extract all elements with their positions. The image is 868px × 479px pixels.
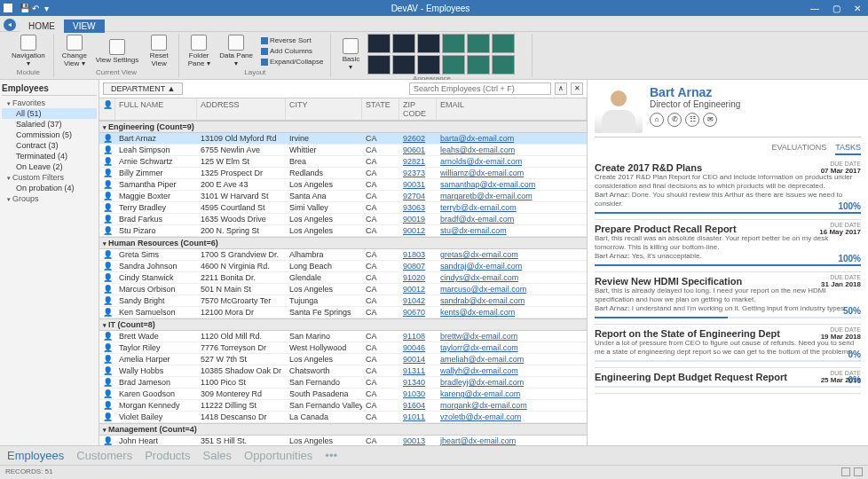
cell-zip[interactable]: 92821 <box>399 157 437 166</box>
cell-zip[interactable]: 90670 <box>399 308 437 317</box>
cell-email[interactable]: sandrab@dx-email.com <box>437 296 587 305</box>
task-item[interactable]: DUE DATE16 May 2017Prepare Product Recal… <box>595 220 861 272</box>
cell-email[interactable]: margaretb@dx-email.com <box>437 192 587 200</box>
cell-email[interactable]: morgank@dx-email.com <box>437 401 587 410</box>
group-row[interactable]: Engineering (Count=9) <box>99 121 587 133</box>
cell-email[interactable]: wallyh@dx-email.com <box>437 366 587 375</box>
search-close-button[interactable]: ✕ <box>571 82 583 95</box>
change-view-button[interactable]: Change View ▾ <box>59 34 91 68</box>
cell-email[interactable]: kents@dx-email.com <box>437 308 587 317</box>
qat-save-icon[interactable]: 💾 <box>20 4 28 12</box>
theme-swatch-9[interactable] <box>442 55 465 75</box>
cell-email[interactable]: brettw@dx-email.com <box>437 332 587 341</box>
cell-email[interactable]: kareng@dx-email.com <box>437 389 587 398</box>
table-row[interactable]: 👤Stu Pizaro200 N. Spring StLos AngelesCA… <box>99 225 587 237</box>
reset-view-button[interactable]: Reset View <box>144 34 174 68</box>
table-row[interactable]: 👤Greta Sims1700 S Grandview Dr.AlhambraC… <box>99 249 587 261</box>
footer-nav-customers[interactable]: Customers <box>76 449 132 462</box>
table-row[interactable]: 👤Brad Farkus1635 Woods DriveLos AngelesC… <box>99 214 587 225</box>
cell-email[interactable]: cindys@dx-email.com <box>437 273 587 282</box>
cell-zip[interactable]: 91340 <box>399 378 437 387</box>
column-header[interactable]: ADDRESS <box>197 98 286 120</box>
group-row[interactable]: Human Resources (Count=6) <box>99 237 587 249</box>
detail-tab-tasks[interactable]: TASKS <box>835 141 861 155</box>
data-pane-button[interactable]: Data Pane ▾ <box>216 34 256 68</box>
cell-email[interactable]: williamz@dx-email.com <box>437 169 587 177</box>
table-row[interactable]: 👤John Heart351 S Hill St.Los AngelesCA90… <box>99 436 587 445</box>
theme-swatch-2[interactable] <box>417 34 440 53</box>
table-row[interactable]: 👤Cindy Stanwick2211 Bonita Dr.GlendaleCA… <box>99 272 587 284</box>
cell-zip[interactable]: 92602 <box>399 134 437 143</box>
table-row[interactable]: 👤Morgan Kennedy11222 Dilling StSan Ferna… <box>99 400 587 412</box>
reverse-sort-button[interactable]: Reverse Sort <box>258 35 326 45</box>
nav-group[interactable]: Favorites <box>2 98 97 108</box>
task-item[interactable]: DUE DATE07 Mar 2017Create 2017 R&D Plans… <box>595 159 861 220</box>
nav-item[interactable]: On probation (4) <box>2 183 97 193</box>
cell-zip[interactable]: 92704 <box>399 192 437 200</box>
cell-zip[interactable]: 93063 <box>399 203 437 212</box>
task-item[interactable]: DUE DATE25 Mar 2018Engineering Dept Budg… <box>595 368 861 394</box>
cell-email[interactable]: marcuso@dx-email.com <box>437 285 587 294</box>
view-mode-1[interactable] <box>841 467 850 476</box>
footer-nav-opportunities[interactable]: Opportunities <box>244 449 312 462</box>
footer-nav-sales[interactable]: Sales <box>202 449 232 462</box>
basic-button[interactable]: Basic ▾ <box>335 34 366 75</box>
table-row[interactable]: 👤Ken Samuelson12100 Mora DrSanta Fe Spri… <box>99 307 587 318</box>
cell-zip[interactable]: 90014 <box>399 355 437 364</box>
cell-zip[interactable]: 91042 <box>399 296 437 305</box>
expand-collapse-button[interactable]: Expand/Collapse <box>258 57 326 67</box>
table-row[interactable]: 👤Sandra Johnson4600 N Virginia Rd.Long B… <box>99 261 587 272</box>
search-input[interactable] <box>409 82 551 95</box>
cell-email[interactable]: taylorr@dx-email.com <box>437 343 587 352</box>
table-row[interactable]: 👤Brett Wade1120 Old Mill Rd.San MarinoCA… <box>99 331 587 342</box>
theme-swatch-0[interactable] <box>367 34 391 53</box>
table-row[interactable]: 👤Samantha Piper200 E Ave 43Los AngelesCA… <box>99 179 587 191</box>
group-by-department-button[interactable]: DEPARTMENT ▲ <box>103 82 183 95</box>
cell-email[interactable]: jheart@dx-email.com <box>437 436 587 445</box>
qat-undo-icon[interactable]: ↶ <box>32 4 41 12</box>
table-row[interactable]: 👤Bart Arnaz13109 Old Myford RdIrvineCA92… <box>99 133 587 145</box>
view-mode-2[interactable] <box>854 467 863 476</box>
footer-nav-•••[interactable]: ••• <box>325 449 337 462</box>
table-row[interactable]: 👤Wally Hobbs10385 Shadow Oak DrChatswort… <box>99 365 587 377</box>
navigation-button[interactable]: Navigation ▾ <box>8 34 49 68</box>
cell-zip[interactable]: 90031 <box>399 180 437 189</box>
nav-item[interactable]: Salaried (37) <box>2 119 97 130</box>
cell-zip[interactable]: 90807 <box>399 262 437 271</box>
cell-email[interactable]: terryb@dx-email.com <box>437 203 587 212</box>
theme-swatch-10[interactable] <box>467 55 490 75</box>
table-row[interactable]: 👤Billy Zimmer1325 Prospect DrRedlandsCA9… <box>99 168 587 179</box>
cell-zip[interactable]: 91311 <box>399 366 437 375</box>
table-row[interactable]: 👤Marcus Orbison501 N Main StLos AngelesC… <box>99 284 587 295</box>
tab-home[interactable]: HOME <box>20 20 64 33</box>
cell-zip[interactable]: 90046 <box>399 343 437 352</box>
cell-zip[interactable]: 91803 <box>399 250 437 259</box>
theme-swatch-7[interactable] <box>392 55 415 75</box>
cell-zip[interactable]: 90012 <box>399 226 437 235</box>
group-row[interactable]: Management (Count=4) <box>99 423 587 436</box>
file-button[interactable]: ◂ <box>4 19 16 31</box>
table-row[interactable]: 👤Brad Jameson1100 Pico StSan FernandoCA9… <box>99 377 587 389</box>
cell-email[interactable]: barta@dx-email.com <box>437 134 587 143</box>
column-header[interactable]: EMAIL <box>437 98 587 120</box>
phone-icon[interactable]: ✆ <box>667 113 682 127</box>
theme-swatch-3[interactable] <box>442 34 465 53</box>
close-button[interactable]: ✕ <box>850 4 864 13</box>
cell-email[interactable]: stu@dx-email.com <box>437 226 587 235</box>
nav-group[interactable]: Custom Filters <box>2 172 97 183</box>
cell-zip[interactable]: 91604 <box>399 401 437 410</box>
theme-swatch-8[interactable] <box>417 55 440 75</box>
theme-swatch-11[interactable] <box>492 55 515 75</box>
cell-zip[interactable]: 91020 <box>399 273 437 282</box>
search-prev-button[interactable]: ∧ <box>555 82 567 95</box>
footer-nav-products[interactable]: Products <box>145 449 190 462</box>
table-row[interactable]: 👤Sandy Bright7570 McGroarty TerTujungaCA… <box>99 295 587 307</box>
theme-swatch-5[interactable] <box>492 34 515 53</box>
cell-zip[interactable]: 90019 <box>399 215 437 224</box>
view-settings-button[interactable]: View Settings <box>92 34 142 68</box>
task-item[interactable]: DUE DATE31 Jan 2018Review New HDMI Speci… <box>595 272 861 325</box>
table-row[interactable]: 👤Terry Bradley4595 Courtland StSimi Vall… <box>99 202 587 214</box>
cell-zip[interactable]: 90601 <box>399 145 437 154</box>
task-item[interactable]: DUE DATE19 Mar 2018Report on the State o… <box>595 325 861 368</box>
column-header[interactable]: ZIP CODE <box>399 98 437 120</box>
